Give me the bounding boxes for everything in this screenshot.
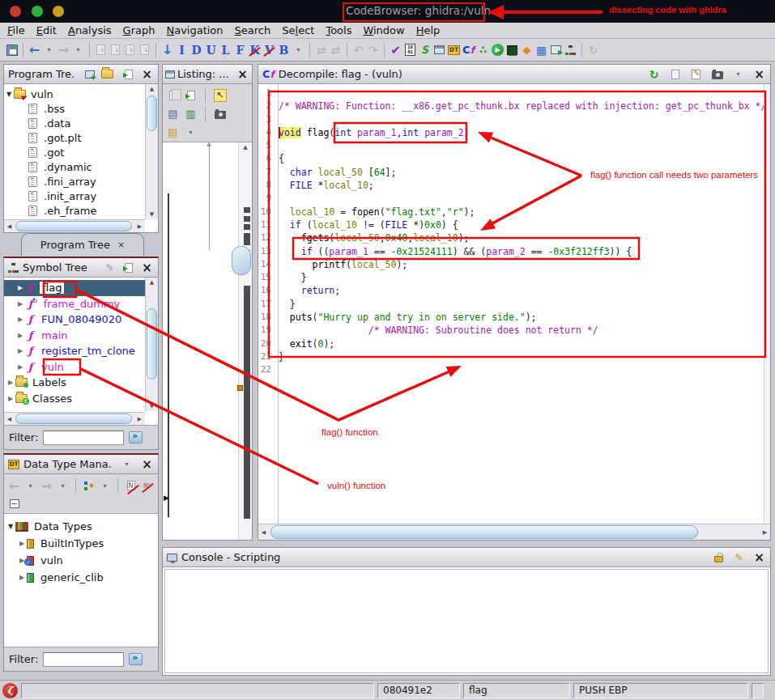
- console-output[interactable]: [164, 569, 769, 673]
- lock-icon[interactable]: [712, 549, 726, 566]
- ghidra-logo-icon[interactable]: ζ: [2, 683, 18, 698]
- expand-fields-icon[interactable]: ▤: [166, 105, 180, 123]
- expand-arrow-icon[interactable]: ▶: [15, 347, 25, 354]
- code-line[interactable]: 1: [258, 87, 764, 100]
- scroll-down-icon[interactable]: ▼: [146, 211, 158, 218]
- maximize-button[interactable]: [53, 6, 64, 17]
- decompile-code[interactable]: 12/* WARNING: Function: __x86.get_pc_thu…: [258, 84, 764, 524]
- menu-window[interactable]: Window: [357, 23, 410, 39]
- symbol-tree-hscrollbar[interactable]: ◀ ▶: [4, 412, 145, 425]
- expand-arrow-icon[interactable]: ▶: [6, 379, 15, 386]
- symbol-tree-item-main[interactable]: ▶ƒmain: [4, 328, 145, 344]
- menu-graph[interactable]: Graph: [117, 23, 161, 39]
- scroll-thumb[interactable]: [270, 525, 698, 539]
- snapshot-icon[interactable]: [710, 66, 724, 83]
- scroll-thumb[interactable]: [232, 246, 251, 275]
- symbol-tree-vscrollbar[interactable]: ▲ ▼: [145, 278, 158, 411]
- jump-out-icon[interactable]: ⇄: [329, 41, 343, 59]
- code-line[interactable]: 6{: [258, 153, 764, 166]
- page-back-icon[interactable]: [94, 41, 108, 59]
- listing-vscrollbar[interactable]: ▲: [238, 142, 252, 540]
- scroll-right-icon[interactable]: ▶: [760, 529, 770, 536]
- expand-arrow-icon[interactable]: ▶: [6, 395, 15, 402]
- jump-in-icon[interactable]: ⇄: [314, 41, 328, 59]
- program-tree-root[interactable]: ▼vuln: [4, 87, 145, 101]
- filter-arrays-icon[interactable]: N: [124, 477, 138, 494]
- copy-icon[interactable]: [668, 66, 682, 83]
- snapshot-icon[interactable]: [213, 105, 227, 123]
- code-line[interactable]: 20 exit(0);: [258, 338, 764, 351]
- scroll-down-icon[interactable]: ▼: [146, 403, 158, 409]
- open-folder-icon[interactable]: [101, 66, 117, 83]
- edit-icon[interactable]: [689, 66, 703, 83]
- function-graph-icon[interactable]: ∴: [476, 41, 490, 59]
- data-types-filter-input[interactable]: [43, 652, 124, 667]
- menu-file[interactable]: File: [2, 23, 31, 39]
- code-line[interactable]: 21}: [258, 351, 764, 364]
- scroll-thumb[interactable]: [15, 221, 132, 231]
- letter-d-icon[interactable]: D: [189, 41, 203, 59]
- filter-options-icon[interactable]: [129, 653, 143, 665]
- menu-tools[interactable]: Tools: [320, 23, 357, 39]
- minimize-button[interactable]: [32, 6, 43, 17]
- letter-u-icon[interactable]: U: [204, 41, 218, 59]
- bookmark-icon[interactable]: ◆: [520, 41, 534, 59]
- letter-i-icon[interactable]: I: [175, 41, 189, 59]
- new-tree-icon[interactable]: [83, 66, 96, 83]
- scroll-right-icon[interactable]: ▶: [134, 223, 145, 230]
- close-icon[interactable]: ×: [236, 66, 249, 83]
- page-up-icon[interactable]: [123, 41, 137, 59]
- redo-icon[interactable]: ↷: [366, 41, 380, 59]
- symbol-tree-item-vuln[interactable]: ▶ƒvuln: [4, 359, 145, 375]
- code-line[interactable]: 8 FILE *local_10;: [258, 180, 764, 193]
- data-type-manager-icon[interactable]: DT: [447, 41, 461, 59]
- validate-icon[interactable]: ✔: [389, 41, 402, 59]
- cursor-tool-icon[interactable]: ↖: [213, 87, 227, 104]
- data-type-item-generic_clib[interactable]: ▶generic_clib: [4, 569, 158, 586]
- import-icon[interactable]: [121, 259, 135, 277]
- symbol-tree-item-flag[interactable]: ▶ƒflag: [4, 280, 145, 296]
- page-down-icon[interactable]: [138, 41, 151, 59]
- scroll-up-icon[interactable]: ▲: [146, 279, 158, 286]
- eraser-icon[interactable]: ✎: [732, 549, 746, 566]
- code-line[interactable]: 3: [258, 114, 764, 127]
- copy-icon[interactable]: [166, 87, 180, 104]
- forward-caret-icon[interactable]: ▾: [71, 41, 85, 59]
- associations-caret-icon[interactable]: ▾: [98, 477, 112, 494]
- edit-fields-icon[interactable]: ▥: [184, 105, 198, 123]
- scroll-right-icon[interactable]: ▶: [134, 416, 145, 422]
- save-icon[interactable]: [5, 41, 19, 59]
- scroll-thumb[interactable]: [147, 308, 157, 380]
- symbol-tree-group-labels[interactable]: ▶Labels: [4, 375, 145, 391]
- letter-v-icon[interactable]: V: [262, 41, 276, 59]
- program-tree-section[interactable]: .init_array: [4, 189, 145, 203]
- associations-icon[interactable]: [82, 477, 96, 494]
- paste-icon[interactable]: [184, 87, 198, 104]
- menu-select[interactable]: Select: [276, 23, 320, 39]
- expand-arrow-icon[interactable]: ▶: [15, 300, 25, 308]
- dtm-back-caret-icon[interactable]: ▾: [23, 477, 37, 494]
- code-line[interactable]: 7 char local_50 [64];: [258, 167, 764, 180]
- code-line[interactable]: 11 if (local_10 != (FILE *)0x0) {: [258, 219, 764, 232]
- close-icon[interactable]: ×: [140, 66, 154, 83]
- code-line[interactable]: 14 printf(local_50);: [258, 259, 764, 272]
- menu-edit[interactable]: Edit: [31, 23, 62, 39]
- decompiler-icon[interactable]: Cf: [462, 41, 475, 59]
- scroll-up-icon[interactable]: ▲: [146, 86, 158, 92]
- data-type-item-builtintypes[interactable]: ▶BuiltInTypes: [4, 535, 158, 552]
- letter-k-icon[interactable]: K: [248, 41, 262, 59]
- dtm-back-icon[interactable]: ←: [7, 477, 21, 494]
- letter-f-icon[interactable]: F: [233, 41, 247, 59]
- code-line[interactable]: 15 }: [258, 272, 764, 285]
- decompile-vscrollbar[interactable]: [764, 84, 770, 524]
- collapse-all-icon[interactable]: −: [7, 494, 21, 512]
- data-type-item-data-types[interactable]: ▼Data Types: [4, 518, 158, 535]
- b-caret-icon[interactable]: ▾: [292, 41, 305, 59]
- expand-arrow-icon[interactable]: ▼: [6, 523, 15, 530]
- close-icon[interactable]: ×: [752, 66, 766, 83]
- menu-navigation[interactable]: Navigation: [160, 23, 228, 39]
- symbol-tree-item-frame_dummy[interactable]: ▶ƒ↻frame_dummy: [4, 296, 145, 312]
- filter-pointers-icon[interactable]: ☛: [140, 477, 154, 494]
- program-tree-hscrollbar[interactable]: ◀ ▶: [4, 219, 145, 232]
- dtm-forward-icon[interactable]: →: [40, 477, 53, 494]
